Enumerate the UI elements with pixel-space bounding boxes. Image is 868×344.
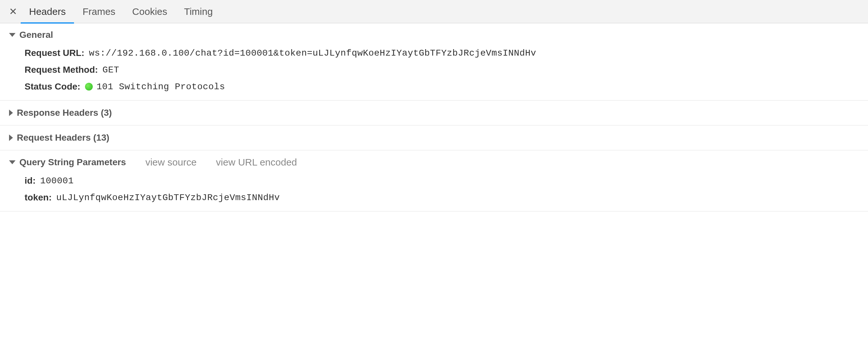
section-general: General Request URL: ws://192.168.0.100/… xyxy=(0,23,868,101)
row-param-id: id: 100001 xyxy=(25,172,868,189)
label-status-code: Status Code: xyxy=(25,82,81,92)
network-headers-panel: ✕ Headers Frames Cookies Timing General … xyxy=(0,0,868,211)
value-request-url: ws://192.168.0.100/chat?id=100001&token=… xyxy=(89,48,536,58)
value-request-method: GET xyxy=(102,65,119,75)
chevron-right-icon xyxy=(9,110,13,116)
label-param-id: id: xyxy=(25,176,35,186)
tab-timing[interactable]: Timing xyxy=(176,0,221,23)
section-general-header[interactable]: General xyxy=(0,28,868,41)
view-source-link[interactable]: view source xyxy=(146,157,196,168)
section-general-title: General xyxy=(20,30,53,40)
label-request-url: Request URL: xyxy=(25,48,84,58)
tab-headers[interactable]: Headers xyxy=(21,0,74,23)
label-param-token: token: xyxy=(25,192,52,203)
value-param-id: 100001 xyxy=(40,176,74,186)
section-response-headers-header[interactable]: Response Headers (3) xyxy=(0,108,868,118)
section-request-headers-header[interactable]: Request Headers (13) xyxy=(0,133,868,143)
chevron-right-icon xyxy=(9,135,13,141)
chevron-down-icon xyxy=(9,33,16,37)
row-status-code: Status Code: 101 Switching Protocols xyxy=(25,78,868,95)
tab-frames[interactable]: Frames xyxy=(74,0,124,23)
section-query-string-title: Query String Parameters xyxy=(20,157,126,168)
section-request-headers: Request Headers (13) xyxy=(0,125,868,150)
section-response-headers: Response Headers (3) xyxy=(0,101,868,125)
section-query-string-rows: id: 100001 token: uLJLynfqwKoeHzIYaytGbT… xyxy=(0,169,868,206)
close-icon[interactable]: ✕ xyxy=(5,0,21,23)
section-query-string: Query String Parameters view source view… xyxy=(0,150,868,211)
section-query-string-header[interactable]: Query String Parameters view source view… xyxy=(0,155,868,169)
section-general-rows: Request URL: ws://192.168.0.100/chat?id=… xyxy=(0,41,868,95)
tab-cookies[interactable]: Cookies xyxy=(124,0,176,23)
row-request-method: Request Method: GET xyxy=(25,61,868,78)
section-request-headers-title: Request Headers (13) xyxy=(17,133,109,143)
chevron-down-icon xyxy=(9,160,16,164)
value-param-token: uLJLynfqwKoeHzIYaytGbTFYzbJRcjeVmsINNdHv xyxy=(56,193,280,203)
view-url-encoded-link[interactable]: view URL encoded xyxy=(216,157,297,168)
row-request-url: Request URL: ws://192.168.0.100/chat?id=… xyxy=(25,45,868,61)
section-response-headers-title: Response Headers (3) xyxy=(17,108,112,118)
row-param-token: token: uLJLynfqwKoeHzIYaytGbTFYzbJRcjeVm… xyxy=(25,189,868,206)
label-request-method: Request Method: xyxy=(25,65,98,75)
status-dot-icon xyxy=(85,83,93,90)
tab-bar: ✕ Headers Frames Cookies Timing xyxy=(0,0,868,23)
value-status-code: 101 Switching Protocols xyxy=(97,82,225,92)
